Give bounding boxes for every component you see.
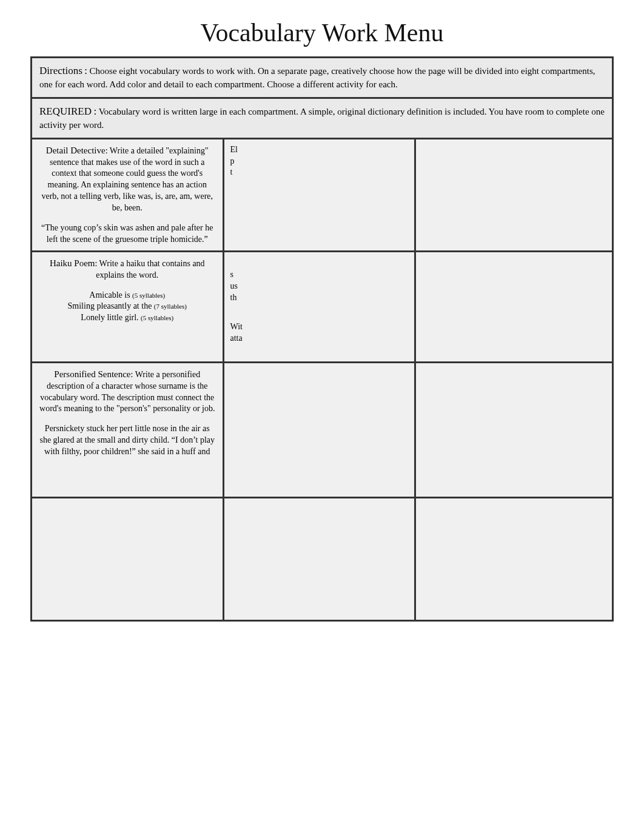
- cell-r4c1: [32, 498, 223, 620]
- activity-row-3: Personified Sentence: Write a personifie…: [32, 363, 612, 497]
- activity-title: Detail Detective: [46, 146, 106, 155]
- fragment: th: [230, 292, 409, 304]
- fragment: Wit: [230, 321, 409, 333]
- activity-row-2: Haiku Poem: Write a haiku that contains …: [32, 252, 612, 361]
- sep: :: [106, 146, 108, 155]
- haiku-example: Amicable is (5 syllables) Smiling pleasa…: [38, 290, 216, 324]
- fragment: p: [230, 156, 409, 167]
- sep: :: [95, 259, 97, 268]
- directions-row: Directions : Choose eight vocabulary wor…: [32, 58, 612, 97]
- sep: :: [131, 370, 133, 379]
- fragment: s: [230, 269, 409, 281]
- menu-table: Directions : Choose eight vocabulary wor…: [30, 56, 614, 622]
- required-text: Vocabulary word is written large in each…: [39, 107, 605, 130]
- cell-r2c2: s us th Wit atta: [224, 252, 415, 361]
- haiku-line-2: Smiling pleasantly at the: [68, 301, 152, 310]
- cell-r3c2: [224, 363, 415, 497]
- directions-text: Choose eight vocabulary words to work wi…: [39, 66, 595, 89]
- cell-r4c3: [416, 498, 612, 620]
- haiku-line-3: Lonely little girl.: [81, 313, 138, 322]
- activity-desc: Write a haiku that contains and explains…: [96, 259, 204, 280]
- example-text: “The young cop’s skin was ashen and pale…: [38, 223, 216, 246]
- activity-desc: Write a detailed "explaining" sentence t…: [41, 146, 213, 212]
- sep: :: [84, 65, 87, 76]
- syllable-note: (5 syllables): [132, 292, 165, 299]
- activity-row-4: [32, 498, 612, 620]
- cell-haiku: Haiku Poem: Write a haiku that contains …: [32, 252, 223, 361]
- required-row: REQUIRED : Vocabulary word is written la…: [32, 99, 612, 138]
- fragment: atta: [230, 333, 409, 344]
- cell-r1c2: El p t: [224, 139, 415, 250]
- document-title: Vocabulary Work Menu: [30, 18, 614, 47]
- sep: :: [93, 106, 96, 117]
- page: Vocabulary Work Menu Directions : Choose…: [0, 0, 644, 640]
- syllable-note: (5 syllables): [141, 314, 173, 321]
- activity-row-1: Detail Detective: Write a detailed "expl…: [32, 139, 612, 250]
- fragment: us: [230, 281, 409, 292]
- directions-label: Directions: [39, 65, 82, 76]
- directions-cell: Directions : Choose eight vocabulary wor…: [32, 58, 612, 97]
- required-label: REQUIRED: [39, 106, 92, 117]
- cell-personified: Personified Sentence: Write a personifie…: [32, 363, 223, 497]
- cell-r3c3: [416, 363, 612, 497]
- cell-detail-detective: Detail Detective: Write a detailed "expl…: [32, 139, 223, 250]
- cell-r4c2: [224, 498, 415, 620]
- cell-r1c3: [416, 139, 612, 250]
- cell-r2c3: [416, 252, 612, 361]
- example-text: Persnickety stuck her pert little nose i…: [38, 423, 216, 458]
- activity-title: Personified Sentence: [54, 369, 130, 379]
- fragment: El: [230, 144, 409, 156]
- required-cell: REQUIRED : Vocabulary word is written la…: [32, 99, 612, 138]
- haiku-line-1: Amicable is: [89, 290, 130, 300]
- syllable-note: (7 syllables): [154, 303, 187, 310]
- activity-title: Haiku Poem: [50, 258, 95, 268]
- fragment: t: [230, 167, 409, 178]
